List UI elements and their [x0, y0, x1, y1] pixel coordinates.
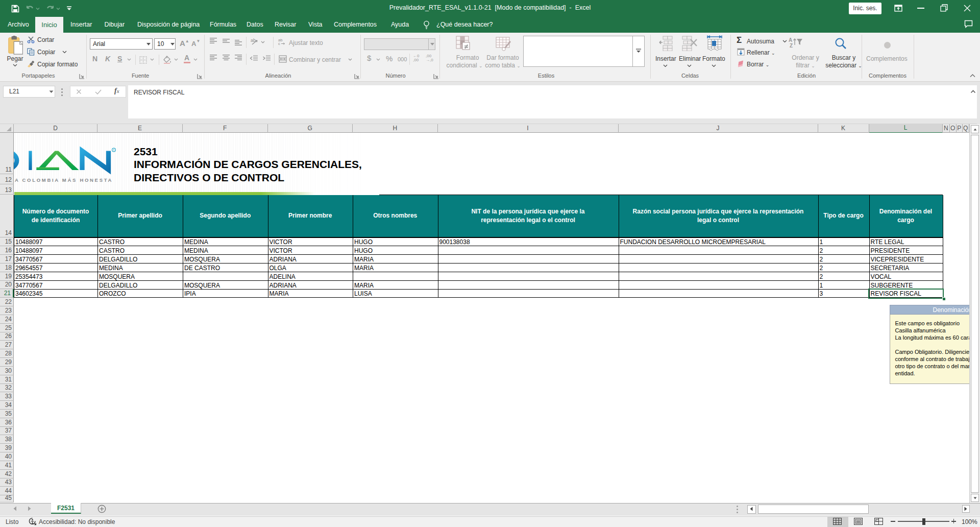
- svg-text:c: c: [278, 41, 280, 45]
- svg-text:A: A: [789, 37, 792, 43]
- svg-text:Z: Z: [790, 43, 793, 49]
